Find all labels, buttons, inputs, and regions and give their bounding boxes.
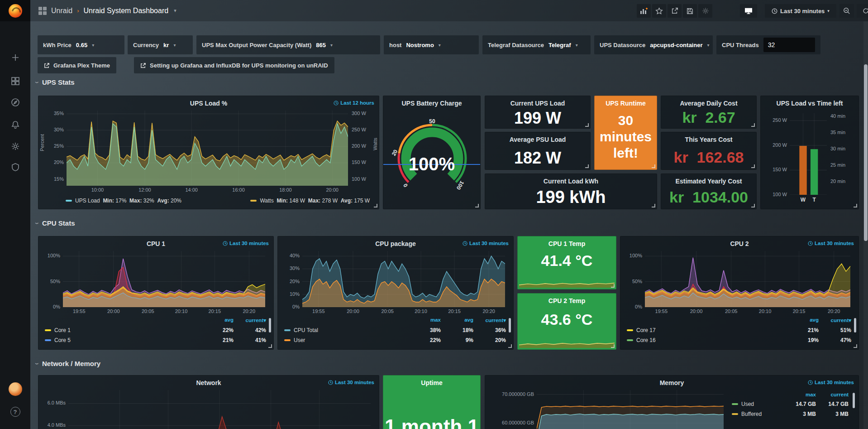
variable-value[interactable]: apcupsd-container (650, 42, 702, 48)
section-ups-stats[interactable]: › UPS Stats (37, 78, 75, 86)
settings-gear-icon[interactable] (698, 4, 712, 18)
panel-cpu-package[interactable]: CPU package Last 30 minutes 40%30%20%10%… (277, 236, 514, 350)
variable-host[interactable]: host Nostromo ▾ (384, 35, 479, 54)
legend-entry[interactable]: Watts Min: 148 W Max: 278 W Avg: 175 W (250, 198, 370, 204)
panel-title[interactable]: CPU 1 Temp (518, 240, 616, 247)
legend-col-header[interactable]: max (783, 392, 816, 397)
panel-title[interactable]: Estimated Yearly Cost (661, 178, 756, 185)
cpu1-chart[interactable]: 100%50%0%19:5520:0020:0520:1020:1520:20 (43, 251, 269, 315)
legend-col-header[interactable]: avg (786, 317, 819, 323)
legend-series-name[interactable]: Core 5 (45, 337, 201, 343)
variable-value[interactable]: 865 (316, 42, 326, 48)
page-scrollbar-thumb[interactable] (864, 64, 868, 241)
share-button[interactable] (668, 4, 682, 18)
panel-title[interactable]: Average PSU Load (485, 136, 590, 143)
link-grafana-plex-theme[interactable]: Grafana Plex Theme (38, 57, 116, 73)
legend-series-name[interactable]: CPU Total (284, 327, 408, 333)
cpu2-chart[interactable]: 100%50%0%19:5520:0020:0520:1020:1520:20 (625, 251, 854, 315)
save-button[interactable] (683, 4, 697, 18)
cpu-package-chart[interactable]: 40%30%20%10%0%19:5520:0020:0520:1020:152… (282, 251, 509, 315)
panel-average-psu-load[interactable]: Average PSU Load 182 W (485, 132, 591, 170)
variable-value[interactable]: Nostromo (406, 42, 434, 48)
alerting-bell-icon[interactable] (0, 116, 30, 134)
dashboard-grid-icon[interactable] (38, 7, 47, 15)
variable-value[interactable]: Telegraf (548, 42, 571, 48)
panel-title[interactable]: Memory (485, 379, 858, 386)
create-plus-icon[interactable] (0, 48, 30, 67)
variable-telegraf-datasource[interactable]: Telegraf Datasource Telegraf ▾ (482, 35, 591, 54)
legend-col-header[interactable]: current▾ (819, 317, 851, 323)
panel-cpu2-temp[interactable]: CPU 2 Temp 43.6 °C (517, 293, 616, 350)
panel-cpu1[interactable]: CPU 1 Last 30 minutes 100%50%0%19:5520:0… (38, 236, 274, 350)
panel-uptime[interactable]: Uptime 1 month 1 (383, 375, 481, 429)
breadcrumb-app[interactable]: Unraid (51, 7, 72, 15)
legend-col-header[interactable]: current▾ (234, 317, 266, 323)
legend-col-header[interactable]: max (408, 317, 441, 323)
variable-ups-max-watt[interactable]: UPS Max Output Power Capacity (Watt) 865… (196, 35, 380, 54)
variable-kwh-price[interactable]: kWh Price 0.65 ▾ (38, 35, 124, 54)
panel-time-range[interactable]: Last 30 minutes (223, 241, 269, 246)
panel-cpu1-temp[interactable]: CPU 1 Temp 41.4 °C (517, 236, 616, 289)
star-button[interactable] (652, 4, 666, 18)
panel-cpu2[interactable]: CPU 2 Last 30 minutes 100%50%0%19:5520:0… (620, 236, 859, 350)
panel-network[interactable]: Network Last 30 minutes 6.0 MBs4.0 MBs2.… (38, 375, 379, 429)
panel-time-range[interactable]: Last 30 minutes (463, 241, 509, 246)
time-range-picker[interactable]: Last 30 minutes ▾ (765, 4, 836, 18)
panel-ups-battery-charge[interactable]: UPS Battery Charge 0 20 50 100 100% (383, 96, 481, 209)
link-ups-monitoring-guide[interactable]: Setting up Grafana and InfluxDB for UPS … (134, 57, 334, 73)
legend-scrollbar[interactable] (854, 318, 856, 333)
refresh-button[interactable]: 5s ▾ (857, 4, 868, 18)
page-scrollbar[interactable] (863, 21, 868, 429)
panel-title[interactable]: UPS Load vs Time left (761, 100, 858, 107)
panel-ups-load[interactable]: UPS Load % Last 12 hours Percent Watts 3… (38, 96, 379, 209)
panel-current-ups-load[interactable]: Current UPS Load 199 W (485, 96, 591, 129)
variable-ups-datasource[interactable]: UPS Datasource apcupsd-container ▾ (594, 35, 713, 54)
panel-time-range[interactable]: Last 12 hours (334, 100, 374, 106)
panel-title[interactable]: UPS Load % (38, 100, 379, 107)
panel-title[interactable]: Uptime (383, 379, 480, 386)
legend-series-name[interactable]: Core 1 (45, 327, 201, 333)
legend-series-name[interactable]: Core 16 (627, 337, 786, 343)
explore-compass-icon[interactable] (0, 93, 30, 111)
dashboards-icon[interactable] (0, 72, 30, 90)
panel-estimated-yearly-cost[interactable]: Estimated Yearly Cost kr 1034.00 (661, 174, 757, 209)
grafana-logo[interactable] (0, 0, 30, 21)
legend-series-name[interactable]: Core 17 (627, 327, 786, 333)
zoom-out-button[interactable] (839, 4, 854, 18)
configuration-gear-icon[interactable] (0, 137, 30, 155)
legend-series-name[interactable]: Buffered (732, 411, 783, 417)
help-icon[interactable]: ? (0, 403, 30, 421)
legend-col-header[interactable]: current▾ (473, 317, 506, 323)
panel-ups-runtime[interactable]: UPS Runtime 30 minutes left! (594, 96, 657, 170)
panel-memory[interactable]: Memory Last 30 minutes 70.000000 GB60.00… (485, 375, 859, 429)
variable-currency[interactable]: Currency kr ▾ (128, 35, 193, 54)
cpu-threads-input[interactable]: 32 (763, 38, 815, 52)
add-panel-button[interactable] (637, 4, 651, 18)
legend-col-header[interactable]: avg (441, 317, 473, 323)
panel-title[interactable]: CPU 2 Temp (518, 297, 616, 304)
legend-col-header[interactable]: avg (201, 317, 234, 323)
legend-scrollbar[interactable] (509, 318, 511, 333)
panel-title[interactable]: UPS Battery Charge (383, 100, 480, 107)
legend-series-name[interactable]: Used (732, 401, 783, 407)
section-network-memory[interactable]: › Network / Memory (37, 360, 100, 367)
load-vs-time-bar-chart[interactable]: 250 W200 W150 W100 W40 min35 min30 min25… (764, 113, 855, 204)
ups-load-chart[interactable]: 35%30%25%20%15%300 W250 W200 W150 W100 W… (44, 111, 373, 194)
panel-title[interactable]: UPS Runtime (595, 100, 657, 107)
legend-scrollbar[interactable] (269, 318, 271, 333)
panel-time-range[interactable]: Last 30 minutes (808, 380, 854, 385)
legend-scrollbar[interactable] (853, 393, 855, 408)
user-avatar[interactable] (0, 380, 30, 398)
panel-title[interactable]: This Years Cost (661, 136, 756, 143)
panel-average-daily-cost[interactable]: Average Daily Cost kr 2.67 (661, 96, 757, 129)
network-chart[interactable]: 6.0 MBs4.0 MBs2.0 MBs (43, 390, 374, 429)
panel-this-years-cost[interactable]: This Years Cost kr 162.68 (661, 132, 757, 170)
title-dropdown-caret-icon[interactable]: ▾ (174, 8, 176, 14)
variable-value[interactable]: 0.65 (76, 42, 87, 48)
section-cpu-stats[interactable]: › CPU Stats (37, 219, 75, 227)
variable-value[interactable]: kr (163, 42, 169, 48)
panel-time-range[interactable]: Last 30 minutes (328, 380, 374, 385)
admin-shield-icon[interactable] (0, 158, 30, 176)
panel-time-range[interactable]: Last 30 minutes (808, 241, 854, 246)
legend-series-name[interactable]: User (284, 337, 408, 343)
